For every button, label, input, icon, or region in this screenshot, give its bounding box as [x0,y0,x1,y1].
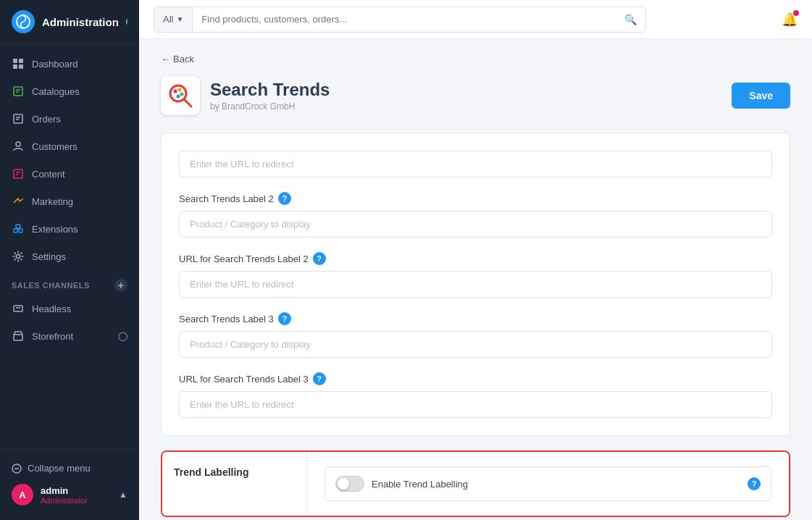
page-header: Search Trends by BrandCrock GmbH Save [161,76,790,115]
svg-point-30 [177,95,180,98]
form-card: Search Trends Label 2 ? URL for Search T… [161,133,790,436]
plugin-logo [161,76,200,115]
sidebar-item-content-label: Content [32,169,65,180]
svg-point-11 [16,142,20,146]
user-info: admin Administrator [41,485,112,505]
status-dot [126,19,127,25]
notification-badge [793,10,799,16]
extensions-icon [12,222,25,235]
label2-input[interactable] [179,211,772,238]
form-group-label3: Search Trends Label 3 ? [179,312,772,358]
sidebar: Administration Dashboard Catalogues Orde… [0,0,139,520]
svg-point-28 [178,88,182,92]
form-group-url-label3: URL for Search Trends Label 3 ? [179,372,772,418]
sidebar-footer: Collapse menu A admin Administrator ▲ [0,449,139,520]
add-sales-channel-button[interactable]: + [114,279,127,292]
svg-rect-12 [14,169,22,178]
user-row[interactable]: A admin Administrator ▲ [12,478,127,511]
content-icon [12,167,25,180]
content-area: ← Back Search Trends [139,39,812,520]
sidebar-item-catalogues-label: Catalogues [32,86,80,97]
topbar: All ▼ 🔍 🔔 [139,0,812,39]
toggle-switch[interactable] [335,476,364,492]
svg-rect-5 [14,87,22,96]
orders-icon [12,112,25,125]
svg-point-29 [180,93,184,96]
label2-label: Search Trends Label 2 ? [179,192,772,205]
toggle-thumb [338,478,349,490]
sidebar-item-headless[interactable]: Headless [0,295,139,322]
toggle-track[interactable] [335,476,364,492]
user-name: admin [41,485,112,496]
url-label3-label: URL for Search Trends Label 3 ? [179,372,772,385]
sidebar-item-dashboard-label: Dashboard [32,59,78,70]
marketing-icon [12,195,25,208]
svg-rect-3 [13,64,17,69]
sidebar-item-customers[interactable]: Customers [0,133,139,160]
sidebar-item-marketing[interactable]: Marketing [0,188,139,215]
sidebar-item-settings-label: Settings [32,251,66,262]
sidebar-item-settings[interactable]: Settings [0,243,139,270]
svg-rect-2 [19,59,23,63]
label3-help-icon[interactable]: ? [278,312,291,325]
headless-icon [12,302,25,315]
svg-rect-17 [19,229,22,232]
url-label2-label: URL for Search Trends Label 2 ? [179,252,772,265]
catalogue-icon [12,85,25,98]
toggle-label: Enable Trend Labelling [372,479,740,490]
sidebar-item-extensions-label: Extensions [32,224,78,235]
user-avatar: A [12,484,33,506]
label3-input[interactable] [179,331,772,358]
search-input[interactable] [193,7,616,32]
back-link[interactable]: ← Back [161,54,790,64]
search-filter-dropdown[interactable]: All ▼ [154,7,193,32]
trend-labelling-section: Trend Labelling Enable Trend Labelling ? [161,450,790,517]
page-title: Search Trends [210,80,330,100]
trend-labelling-label: Trend Labelling [162,452,307,516]
url-label2-input[interactable] [179,271,772,298]
sidebar-item-orders-label: Orders [32,114,61,125]
label2-help-icon[interactable]: ? [278,192,291,205]
sidebar-item-marketing-label: Marketing [32,196,73,207]
sidebar-item-extensions[interactable]: Extensions [0,215,139,243]
storefront-eye-icon: ◯ [118,331,127,341]
sidebar-item-content[interactable]: Content [0,160,139,188]
url-label3-help-icon[interactable]: ? [313,372,326,385]
search-bar[interactable]: All ▼ 🔍 [154,7,646,33]
save-button[interactable]: Save [732,83,790,109]
user-role: Administrator [41,496,112,505]
search-submit-icon[interactable]: 🔍 [616,14,645,25]
sidebar-item-storefront-label: Storefront [32,331,73,342]
svg-line-26 [184,99,191,106]
svg-rect-20 [14,306,22,311]
svg-rect-18 [16,225,20,228]
collapse-menu-button[interactable]: Collapse menu [12,458,127,478]
trend-labelling-content: Enable Trend Labelling ? [307,452,789,516]
collapse-menu-label: Collapse menu [28,463,91,474]
dashboard-icon [12,57,25,70]
page-title-group: Search Trends by BrandCrock GmbH [210,80,330,112]
url-label2-help-icon[interactable]: ? [313,252,326,265]
url1-input[interactable] [179,151,772,177]
trend-toggle-help-icon[interactable]: ? [748,477,761,490]
sidebar-item-dashboard[interactable]: Dashboard [0,50,139,77]
form-group-url-label2: URL for Search Trends Label 2 ? [179,252,772,298]
sidebar-logo [12,10,35,33]
svg-rect-1 [13,59,17,63]
page-header-left: Search Trends by BrandCrock GmbH [161,76,330,115]
url-label3-input[interactable] [179,391,772,418]
customers-icon [12,140,25,153]
form-group-url1 [179,151,772,177]
page-subtitle: by BrandCrock GmbH [210,101,330,112]
svg-rect-8 [14,114,22,123]
svg-point-19 [17,255,20,259]
sidebar-item-orders[interactable]: Orders [0,105,139,133]
svg-rect-4 [19,64,23,69]
sidebar-item-catalogues[interactable]: Catalogues [0,77,139,105]
notification-bell-icon[interactable]: 🔔 [782,12,798,28]
user-chevron-icon: ▲ [119,490,127,500]
sidebar-item-headless-label: Headless [32,303,71,314]
sidebar-item-storefront[interactable]: Storefront ◯ [0,322,139,350]
sidebar-item-customers-label: Customers [32,141,78,152]
sidebar-nav: Dashboard Catalogues Orders Customers [0,44,139,449]
